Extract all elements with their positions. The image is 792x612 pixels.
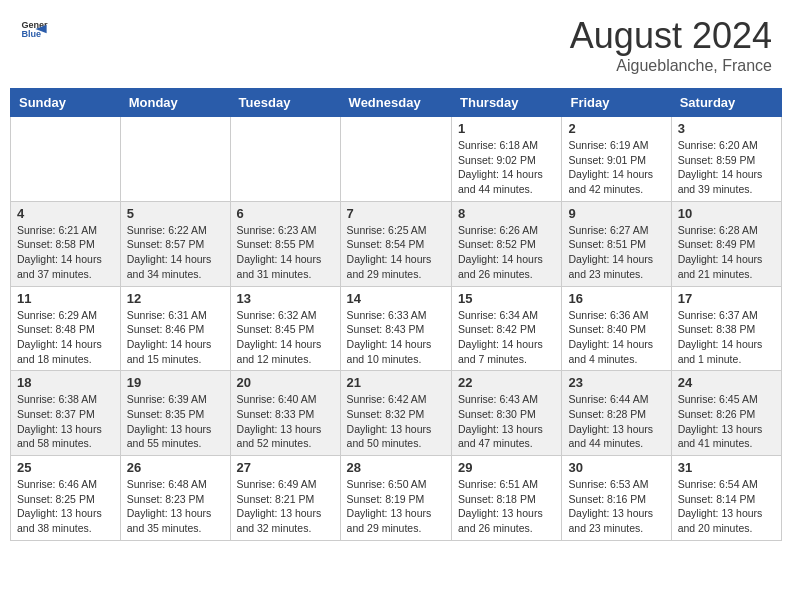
calendar-week-row: 1Sunrise: 6:18 AM Sunset: 9:02 PM Daylig… bbox=[11, 117, 782, 202]
day-info: Sunrise: 6:20 AM Sunset: 8:59 PM Dayligh… bbox=[678, 138, 775, 197]
day-number: 14 bbox=[347, 291, 445, 306]
calendar-cell: 27Sunrise: 6:49 AM Sunset: 8:21 PM Dayli… bbox=[230, 456, 340, 541]
day-info: Sunrise: 6:26 AM Sunset: 8:52 PM Dayligh… bbox=[458, 223, 555, 282]
day-header-sunday: Sunday bbox=[11, 89, 121, 117]
day-info: Sunrise: 6:54 AM Sunset: 8:14 PM Dayligh… bbox=[678, 477, 775, 536]
day-number: 5 bbox=[127, 206, 224, 221]
calendar-cell: 6Sunrise: 6:23 AM Sunset: 8:55 PM Daylig… bbox=[230, 201, 340, 286]
calendar-cell bbox=[230, 117, 340, 202]
day-number: 9 bbox=[568, 206, 664, 221]
day-number: 18 bbox=[17, 375, 114, 390]
day-info: Sunrise: 6:49 AM Sunset: 8:21 PM Dayligh… bbox=[237, 477, 334, 536]
day-number: 28 bbox=[347, 460, 445, 475]
calendar-cell: 14Sunrise: 6:33 AM Sunset: 8:43 PM Dayli… bbox=[340, 286, 451, 371]
subtitle: Aigueblanche, France bbox=[570, 57, 772, 75]
day-number: 26 bbox=[127, 460, 224, 475]
day-info: Sunrise: 6:21 AM Sunset: 8:58 PM Dayligh… bbox=[17, 223, 114, 282]
day-number: 16 bbox=[568, 291, 664, 306]
calendar-cell: 1Sunrise: 6:18 AM Sunset: 9:02 PM Daylig… bbox=[452, 117, 562, 202]
calendar-cell: 18Sunrise: 6:38 AM Sunset: 8:37 PM Dayli… bbox=[11, 371, 121, 456]
day-number: 2 bbox=[568, 121, 664, 136]
calendar-cell: 25Sunrise: 6:46 AM Sunset: 8:25 PM Dayli… bbox=[11, 456, 121, 541]
calendar-cell bbox=[11, 117, 121, 202]
day-info: Sunrise: 6:46 AM Sunset: 8:25 PM Dayligh… bbox=[17, 477, 114, 536]
calendar-cell: 13Sunrise: 6:32 AM Sunset: 8:45 PM Dayli… bbox=[230, 286, 340, 371]
logo-icon: General Blue bbox=[20, 15, 48, 43]
day-info: Sunrise: 6:32 AM Sunset: 8:45 PM Dayligh… bbox=[237, 308, 334, 367]
day-number: 30 bbox=[568, 460, 664, 475]
day-number: 20 bbox=[237, 375, 334, 390]
day-number: 12 bbox=[127, 291, 224, 306]
calendar: SundayMondayTuesdayWednesdayThursdayFrid… bbox=[10, 88, 782, 541]
logo: General Blue bbox=[20, 15, 48, 43]
calendar-cell: 19Sunrise: 6:39 AM Sunset: 8:35 PM Dayli… bbox=[120, 371, 230, 456]
day-number: 8 bbox=[458, 206, 555, 221]
day-number: 19 bbox=[127, 375, 224, 390]
day-info: Sunrise: 6:34 AM Sunset: 8:42 PM Dayligh… bbox=[458, 308, 555, 367]
day-info: Sunrise: 6:53 AM Sunset: 8:16 PM Dayligh… bbox=[568, 477, 664, 536]
calendar-week-row: 25Sunrise: 6:46 AM Sunset: 8:25 PM Dayli… bbox=[11, 456, 782, 541]
calendar-cell: 24Sunrise: 6:45 AM Sunset: 8:26 PM Dayli… bbox=[671, 371, 781, 456]
calendar-cell: 9Sunrise: 6:27 AM Sunset: 8:51 PM Daylig… bbox=[562, 201, 671, 286]
day-info: Sunrise: 6:44 AM Sunset: 8:28 PM Dayligh… bbox=[568, 392, 664, 451]
calendar-cell: 16Sunrise: 6:36 AM Sunset: 8:40 PM Dayli… bbox=[562, 286, 671, 371]
day-number: 23 bbox=[568, 375, 664, 390]
day-info: Sunrise: 6:31 AM Sunset: 8:46 PM Dayligh… bbox=[127, 308, 224, 367]
calendar-cell: 11Sunrise: 6:29 AM Sunset: 8:48 PM Dayli… bbox=[11, 286, 121, 371]
calendar-cell: 30Sunrise: 6:53 AM Sunset: 8:16 PM Dayli… bbox=[562, 456, 671, 541]
day-header-monday: Monday bbox=[120, 89, 230, 117]
day-number: 6 bbox=[237, 206, 334, 221]
calendar-cell: 20Sunrise: 6:40 AM Sunset: 8:33 PM Dayli… bbox=[230, 371, 340, 456]
calendar-week-row: 18Sunrise: 6:38 AM Sunset: 8:37 PM Dayli… bbox=[11, 371, 782, 456]
calendar-cell: 29Sunrise: 6:51 AM Sunset: 8:18 PM Dayli… bbox=[452, 456, 562, 541]
day-number: 25 bbox=[17, 460, 114, 475]
day-header-tuesday: Tuesday bbox=[230, 89, 340, 117]
day-info: Sunrise: 6:38 AM Sunset: 8:37 PM Dayligh… bbox=[17, 392, 114, 451]
calendar-cell: 4Sunrise: 6:21 AM Sunset: 8:58 PM Daylig… bbox=[11, 201, 121, 286]
calendar-cell: 31Sunrise: 6:54 AM Sunset: 8:14 PM Dayli… bbox=[671, 456, 781, 541]
day-info: Sunrise: 6:19 AM Sunset: 9:01 PM Dayligh… bbox=[568, 138, 664, 197]
calendar-cell: 23Sunrise: 6:44 AM Sunset: 8:28 PM Dayli… bbox=[562, 371, 671, 456]
calendar-cell: 2Sunrise: 6:19 AM Sunset: 9:01 PM Daylig… bbox=[562, 117, 671, 202]
day-number: 24 bbox=[678, 375, 775, 390]
day-info: Sunrise: 6:29 AM Sunset: 8:48 PM Dayligh… bbox=[17, 308, 114, 367]
day-info: Sunrise: 6:40 AM Sunset: 8:33 PM Dayligh… bbox=[237, 392, 334, 451]
calendar-cell: 10Sunrise: 6:28 AM Sunset: 8:49 PM Dayli… bbox=[671, 201, 781, 286]
day-info: Sunrise: 6:51 AM Sunset: 8:18 PM Dayligh… bbox=[458, 477, 555, 536]
day-number: 17 bbox=[678, 291, 775, 306]
calendar-cell: 12Sunrise: 6:31 AM Sunset: 8:46 PM Dayli… bbox=[120, 286, 230, 371]
day-number: 7 bbox=[347, 206, 445, 221]
day-number: 27 bbox=[237, 460, 334, 475]
day-number: 15 bbox=[458, 291, 555, 306]
day-number: 21 bbox=[347, 375, 445, 390]
day-info: Sunrise: 6:22 AM Sunset: 8:57 PM Dayligh… bbox=[127, 223, 224, 282]
day-number: 31 bbox=[678, 460, 775, 475]
day-info: Sunrise: 6:28 AM Sunset: 8:49 PM Dayligh… bbox=[678, 223, 775, 282]
day-header-thursday: Thursday bbox=[452, 89, 562, 117]
day-info: Sunrise: 6:37 AM Sunset: 8:38 PM Dayligh… bbox=[678, 308, 775, 367]
day-info: Sunrise: 6:33 AM Sunset: 8:43 PM Dayligh… bbox=[347, 308, 445, 367]
day-number: 22 bbox=[458, 375, 555, 390]
calendar-cell: 26Sunrise: 6:48 AM Sunset: 8:23 PM Dayli… bbox=[120, 456, 230, 541]
day-header-wednesday: Wednesday bbox=[340, 89, 451, 117]
calendar-cell: 15Sunrise: 6:34 AM Sunset: 8:42 PM Dayli… bbox=[452, 286, 562, 371]
calendar-week-row: 4Sunrise: 6:21 AM Sunset: 8:58 PM Daylig… bbox=[11, 201, 782, 286]
day-info: Sunrise: 6:39 AM Sunset: 8:35 PM Dayligh… bbox=[127, 392, 224, 451]
day-number: 29 bbox=[458, 460, 555, 475]
day-number: 11 bbox=[17, 291, 114, 306]
day-info: Sunrise: 6:23 AM Sunset: 8:55 PM Dayligh… bbox=[237, 223, 334, 282]
title-section: August 2024 Aigueblanche, France bbox=[570, 15, 772, 75]
day-number: 10 bbox=[678, 206, 775, 221]
day-number: 1 bbox=[458, 121, 555, 136]
calendar-cell: 22Sunrise: 6:43 AM Sunset: 8:30 PM Dayli… bbox=[452, 371, 562, 456]
day-info: Sunrise: 6:48 AM Sunset: 8:23 PM Dayligh… bbox=[127, 477, 224, 536]
day-header-friday: Friday bbox=[562, 89, 671, 117]
svg-text:Blue: Blue bbox=[21, 29, 41, 39]
day-info: Sunrise: 6:36 AM Sunset: 8:40 PM Dayligh… bbox=[568, 308, 664, 367]
calendar-cell bbox=[120, 117, 230, 202]
day-info: Sunrise: 6:25 AM Sunset: 8:54 PM Dayligh… bbox=[347, 223, 445, 282]
calendar-cell: 8Sunrise: 6:26 AM Sunset: 8:52 PM Daylig… bbox=[452, 201, 562, 286]
calendar-cell: 3Sunrise: 6:20 AM Sunset: 8:59 PM Daylig… bbox=[671, 117, 781, 202]
day-info: Sunrise: 6:42 AM Sunset: 8:32 PM Dayligh… bbox=[347, 392, 445, 451]
calendar-cell: 7Sunrise: 6:25 AM Sunset: 8:54 PM Daylig… bbox=[340, 201, 451, 286]
